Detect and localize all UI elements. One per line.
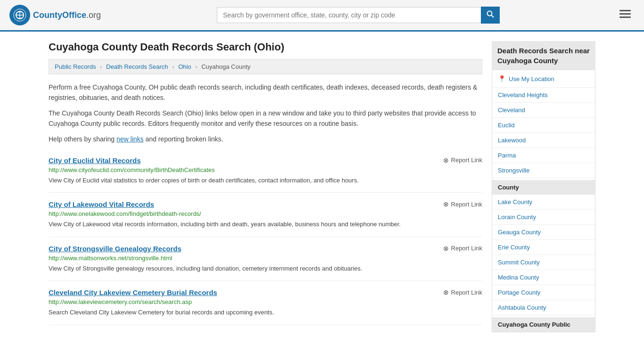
sidebar-county-link[interactable]: Lorain County: [492, 210, 595, 225]
public-records-section-header: Cuyahoga County Public: [492, 317, 595, 332]
breadcrumb-public-records[interactable]: Public Records: [55, 63, 96, 70]
report-link-label: Report Link: [451, 289, 482, 296]
sidebar-county-link[interactable]: Medina County: [492, 270, 595, 285]
main-container: Cuyahoga County Death Records Search (Oh…: [39, 32, 605, 342]
new-links-link[interactable]: new links: [116, 135, 144, 143]
logo-domain: .org: [86, 10, 101, 20]
desc3-prefix: Help others by sharing: [49, 135, 116, 143]
record-header: City of Strongsville Genealogy Records ⊗…: [49, 245, 482, 253]
breadcrumb-death-records[interactable]: Death Records Search: [106, 63, 168, 70]
sidebar-city-link[interactable]: Cleveland: [492, 103, 595, 118]
sidebar: Death Records Search near Cuyahoga Count…: [492, 41, 595, 332]
search-input[interactable]: [217, 7, 481, 23]
record-description: View City of Euclid vital statistics to …: [49, 176, 482, 185]
sidebar-city-link[interactable]: Strongsville: [492, 163, 595, 178]
logo-name: CountyOffice: [33, 10, 86, 20]
report-link-label: Report Link: [451, 156, 482, 164]
record-url[interactable]: http://www.lakeviewcemetery.com/search/s…: [49, 298, 482, 305]
svg-rect-8: [619, 16, 631, 18]
sidebar-county-link[interactable]: Geauga County: [492, 225, 595, 240]
content-area: Cuyahoga County Death Records Search (Oh…: [49, 41, 482, 332]
report-link-label: Report Link: [451, 245, 482, 252]
use-my-location[interactable]: 📍 Use My Location: [492, 70, 595, 88]
page-title: Cuyahoga County Death Records Search (Oh…: [49, 41, 482, 53]
header: CountyOffice.org: [0, 0, 644, 32]
sidebar-title: Death Records Search near Cuyahoga Count…: [492, 41, 595, 70]
record-title[interactable]: City of Strongsville Genealogy Records: [49, 245, 182, 253]
logo-text: CountyOffice.org: [33, 10, 101, 20]
record-header: City of Euclid Vital Records ⊗ Report Li…: [49, 156, 482, 165]
record-item: City of Strongsville Genealogy Records ⊗…: [49, 237, 482, 281]
record-title[interactable]: City of Euclid Vital Records: [49, 156, 141, 165]
record-url[interactable]: http://www.onelakewood.com/findget/birth…: [49, 210, 482, 217]
report-icon: ⊗: [443, 288, 449, 296]
record-url[interactable]: http://www.cityofeuclid.com/community/Bi…: [49, 166, 482, 173]
sidebar-city-link[interactable]: Parma: [492, 148, 595, 163]
report-link-label: Report Link: [451, 201, 482, 208]
breadcrumb: Public Records › Death Records Search › …: [49, 59, 482, 74]
records-list: City of Euclid Vital Records ⊗ Report Li…: [49, 149, 482, 325]
record-item: City of Lakewood Vital Records ⊗ Report …: [49, 193, 482, 237]
record-description: View City of Strongsville genealogy reso…: [49, 264, 482, 273]
record-header: City of Lakewood Vital Records ⊗ Report …: [49, 200, 482, 208]
svg-rect-7: [619, 13, 631, 15]
breadcrumb-current: Cuyahoga County: [201, 63, 250, 70]
breadcrumb-sep-3: ›: [195, 63, 197, 70]
record-url[interactable]: http://www.mattsonworks.net/strongsville…: [49, 255, 482, 262]
description-3: Help others by sharing new links and rep…: [49, 134, 482, 144]
logo-area: CountyOffice.org: [9, 5, 101, 25]
logo-icon: [9, 5, 30, 25]
sidebar-county-link[interactable]: Lake County: [492, 195, 595, 210]
search-button[interactable]: [481, 7, 500, 24]
record-title[interactable]: City of Lakewood Vital Records: [49, 200, 154, 208]
record-description: View City of Lakewood vital records info…: [49, 220, 482, 229]
menu-button[interactable]: [616, 7, 635, 23]
search-bar-area: [217, 7, 500, 24]
report-link[interactable]: ⊗ Report Link: [443, 245, 482, 252]
record-item: Cleveland City Lakeview Cemetery Burial …: [49, 281, 482, 325]
record-header: Cleveland City Lakeview Cemetery Burial …: [49, 288, 482, 296]
breadcrumb-sep-1: ›: [100, 63, 102, 70]
report-icon: ⊗: [443, 200, 449, 208]
sidebar-city-link[interactable]: Cleveland Heights: [492, 88, 595, 103]
record-description: Search Cleveland City Lakeview Cemetery …: [49, 308, 482, 317]
report-link[interactable]: ⊗ Report Link: [443, 200, 482, 208]
description-1: Perform a free Cuyahoga County, OH publi…: [49, 82, 482, 103]
sidebar-county-link[interactable]: Portage County: [492, 285, 595, 300]
svg-line-5: [492, 16, 494, 18]
report-icon: ⊗: [443, 156, 449, 164]
svg-rect-6: [619, 10, 631, 11]
record-title[interactable]: Cleveland City Lakeview Cemetery Burial …: [49, 288, 217, 296]
location-pin-icon: 📍: [498, 75, 506, 82]
report-link[interactable]: ⊗ Report Link: [443, 288, 482, 296]
breadcrumb-sep-2: ›: [172, 63, 174, 70]
svg-point-4: [487, 11, 492, 16]
sidebar-county-link[interactable]: Ashtabula County: [492, 300, 595, 315]
desc3-suffix: and reporting broken links.: [144, 135, 223, 143]
sidebar-content: 📍 Use My Location Cleveland HeightsCleve…: [492, 70, 595, 332]
sidebar-city-link[interactable]: Lakewood: [492, 133, 595, 148]
report-link[interactable]: ⊗ Report Link: [443, 156, 482, 164]
county-section-header: County: [492, 180, 595, 195]
description-2: The Cuyahoga County Death Records Search…: [49, 108, 482, 129]
record-item: City of Euclid Vital Records ⊗ Report Li…: [49, 149, 482, 193]
use-my-location-label: Use My Location: [509, 75, 554, 82]
sidebar-city-link[interactable]: Euclid: [492, 118, 595, 133]
sidebar-county-link[interactable]: Summit County: [492, 255, 595, 270]
report-icon: ⊗: [443, 245, 449, 252]
breadcrumb-ohio[interactable]: Ohio: [178, 63, 191, 70]
sidebar-county-link[interactable]: Erie County: [492, 240, 595, 255]
